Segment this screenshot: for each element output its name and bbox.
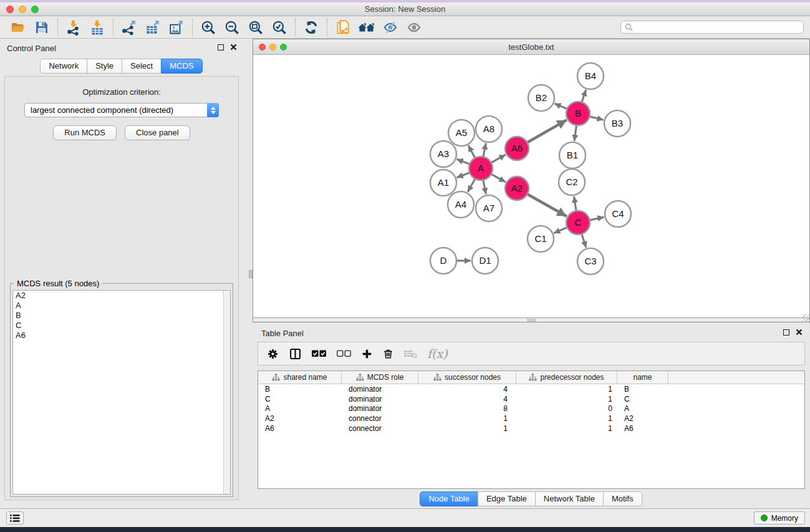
table-row[interactable]: A2connector11A2 xyxy=(258,414,804,423)
show-graphics-details-button[interactable] xyxy=(402,17,426,37)
network-window-titlebar[interactable]: testGlobe.txt xyxy=(253,39,809,55)
import-network-button[interactable] xyxy=(62,17,85,37)
column-header[interactable]: name xyxy=(617,371,668,384)
graph-node-D[interactable]: D xyxy=(430,248,456,274)
graph-node-C1[interactable]: C1 xyxy=(528,226,554,252)
column-header[interactable]: successor nodes xyxy=(418,371,516,384)
zoom-fit-button[interactable] xyxy=(244,17,268,37)
zoom-selected-button[interactable] xyxy=(268,17,291,37)
open-session-button[interactable] xyxy=(6,17,30,37)
graph-node-C3[interactable]: C3 xyxy=(577,248,604,274)
mcds-result-item[interactable]: A2 xyxy=(13,291,230,301)
float-panel-icon[interactable] xyxy=(218,44,224,51)
graph-edge-A-A4[interactable] xyxy=(468,179,475,192)
home-button[interactable] xyxy=(355,17,378,37)
memory-button[interactable]: Memory xyxy=(754,511,805,525)
hide-graphics-details-button[interactable] xyxy=(378,17,402,37)
graph-node-B[interactable]: B xyxy=(566,102,590,125)
graph-node-A3[interactable]: A3 xyxy=(430,141,456,167)
graph-node-A6[interactable]: A6 xyxy=(505,137,529,160)
network-hscrollbar[interactable] xyxy=(253,317,809,322)
toggle-columns-button[interactable] xyxy=(289,347,302,360)
graph-node-A1[interactable]: A1 xyxy=(430,170,456,196)
network-canvas[interactable]: B4B2BB3A5A8A6B1A3AC2A1A2A4A7C4CC1C3DD1 xyxy=(253,55,809,317)
graph-node-A[interactable]: A xyxy=(469,157,493,180)
graph-node-C2[interactable]: C2 xyxy=(559,169,585,195)
deselect-all-button[interactable] xyxy=(336,349,352,359)
export-network-button[interactable] xyxy=(117,17,141,37)
graph-node-B3[interactable]: B3 xyxy=(604,110,630,137)
import-table-button[interactable] xyxy=(85,17,109,37)
table-row[interactable]: A6connector11A6 xyxy=(258,423,804,433)
tab-style[interactable]: Style xyxy=(87,59,122,74)
tab-network[interactable]: Network xyxy=(40,59,87,74)
graph-node-A7[interactable]: A7 xyxy=(476,195,502,221)
result-scrollbar[interactable] xyxy=(223,291,230,494)
criterion-dropdown[interactable]: largest connected component (directed) xyxy=(24,103,219,117)
graph-edge-A2-C[interactable] xyxy=(528,194,567,216)
resize-grip[interactable] xyxy=(802,314,809,322)
show-panels-button[interactable] xyxy=(6,511,24,525)
network-graph[interactable]: B4B2BB3A5A8A6B1A3AC2A1A2A4A7C4CC1C3DD1 xyxy=(253,55,809,317)
graph-edge-B-B1[interactable] xyxy=(574,125,576,141)
graph-edge-B-B2[interactable] xyxy=(554,104,567,109)
graph-edge-B-B3[interactable] xyxy=(589,117,603,120)
table-row[interactable]: Bdominator41B xyxy=(258,384,804,394)
graph-node-C4[interactable]: C4 xyxy=(605,201,631,227)
graph-node-C[interactable]: C xyxy=(566,211,590,235)
delete-rows-button[interactable] xyxy=(382,347,394,360)
export-table-button[interactable] xyxy=(141,17,165,37)
close-panel-button[interactable]: Close panel xyxy=(125,125,190,140)
graph-edge-A-A8[interactable] xyxy=(483,143,486,157)
graph-node-A4[interactable]: A4 xyxy=(448,191,474,218)
table-row[interactable]: Cdominator41C xyxy=(258,394,804,404)
close-panel-icon[interactable] xyxy=(230,44,237,51)
table-settings-button[interactable] xyxy=(266,347,279,360)
mcds-result-item[interactable]: C xyxy=(13,321,230,331)
table-row[interactable]: Adominator80A xyxy=(258,404,804,414)
graph-edge-A-A2[interactable] xyxy=(491,174,506,182)
graph-node-B2[interactable]: B2 xyxy=(528,85,554,111)
mcds-result-item[interactable]: A6 xyxy=(13,331,230,341)
graph-edge-A6-B[interactable] xyxy=(527,120,566,142)
graph-edge-C-C4[interactable] xyxy=(590,217,604,220)
new-network-from-file-button[interactable] xyxy=(331,17,355,37)
tab-mcds[interactable]: MCDS xyxy=(161,59,202,74)
graph-node-A2[interactable]: A2 xyxy=(505,177,529,200)
graph-edge-B-B4[interactable] xyxy=(582,90,586,102)
graph-edge-A-A5[interactable] xyxy=(468,145,475,158)
graph-node-A5[interactable]: A5 xyxy=(448,120,475,146)
tab-network-table[interactable]: Network Table xyxy=(535,491,604,506)
export-image-button[interactable] xyxy=(165,17,188,37)
graph-edge-A-A7[interactable] xyxy=(483,180,486,195)
tab-motifs[interactable]: Motifs xyxy=(603,491,642,506)
add-row-button[interactable] xyxy=(361,348,373,360)
graph-edge-A-A6[interactable] xyxy=(491,155,506,163)
search-field[interactable] xyxy=(620,21,804,34)
graph-edge-A-A3[interactable] xyxy=(456,159,470,164)
graph-edge-A-A1[interactable] xyxy=(456,173,470,178)
zoom-in-button[interactable] xyxy=(196,17,220,37)
column-header[interactable]: shared name xyxy=(258,371,342,384)
search-input[interactable] xyxy=(635,22,799,32)
graph-node-B4[interactable]: B4 xyxy=(577,63,604,89)
column-header[interactable]: MCDS role xyxy=(342,371,418,384)
graph-node-D1[interactable]: D1 xyxy=(472,248,498,274)
hscroll-thumb[interactable] xyxy=(527,319,536,322)
graph-node-A8[interactable]: A8 xyxy=(476,116,502,142)
select-all-button[interactable] xyxy=(311,349,327,359)
graph-edge-C-C2[interactable] xyxy=(574,196,576,211)
close-table-panel-icon[interactable] xyxy=(796,329,803,336)
mcds-result-item[interactable]: B xyxy=(13,311,230,321)
float-table-panel-icon[interactable] xyxy=(783,329,789,336)
refresh-layout-button[interactable] xyxy=(299,17,323,37)
graph-edge-C-C1[interactable] xyxy=(554,228,567,233)
graph-edge-C-C3[interactable] xyxy=(582,234,586,248)
column-header[interactable]: predecessor nodes xyxy=(516,371,617,384)
tab-node-table[interactable]: Node Table xyxy=(420,491,478,506)
tab-select[interactable]: Select xyxy=(122,59,162,74)
run-mcds-button[interactable]: Run MCDS xyxy=(53,125,117,140)
zoom-out-button[interactable] xyxy=(220,17,244,37)
mcds-result-item[interactable]: A xyxy=(13,301,230,311)
save-session-button[interactable] xyxy=(30,17,54,37)
